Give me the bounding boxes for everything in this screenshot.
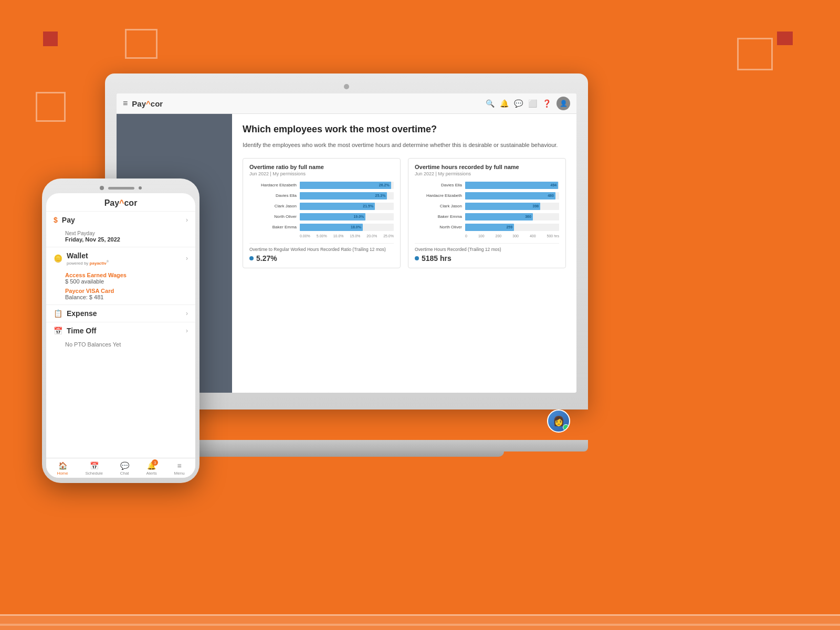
chart1-title: Overtime ratio by full name <box>249 164 394 170</box>
bar-row: North Oliver 19.0% <box>249 213 394 220</box>
timeoff-icon: 📅 <box>54 327 62 335</box>
phone-menu-timeoff[interactable]: 📅 Time Off › <box>46 322 195 339</box>
search-icon[interactable]: 🔍 <box>486 99 495 108</box>
pto-balance-label: No PTO Balances Yet <box>65 341 188 348</box>
chart1-subtitle: Jun 2022 | My permissions <box>249 171 394 176</box>
screen-icons: 🔍 🔔 💬 ⬜ ❓ 👤 <box>486 97 570 110</box>
screen-main: Which employees work the most overtime? … <box>232 114 576 393</box>
phone-menu-pay[interactable]: $ Pay › <box>46 211 195 228</box>
home-icon: 🏠 <box>58 461 67 470</box>
chart2-bars: Davies Ella 494 Hardacre Elizabeth 480 <box>415 182 559 238</box>
bar-row: North Oliver 259 <box>415 224 559 231</box>
page-title: Which employees work the most overtime? <box>243 123 566 135</box>
chart1-bars: Hardacre Elizabeth 26.2% Davies Ella 25.… <box>249 182 394 238</box>
bottom-stripe <box>0 614 840 630</box>
bottom-stripe2 <box>0 624 840 626</box>
phone-wallet-submenu: Access Earned Wages $ 500 available Payc… <box>46 270 195 304</box>
bar-row: Baker Emma 360 <box>415 213 559 220</box>
pay-chevron: › <box>186 216 188 224</box>
nav-schedule-label: Schedule <box>85 471 102 476</box>
phone-dot <box>139 186 142 190</box>
expense-chevron: › <box>186 310 188 317</box>
bar-row: Hardacre Elizabeth 26.2% <box>249 182 394 189</box>
timeoff-label: Time Off <box>67 327 97 335</box>
next-payday-value: Friday, Nov 25, 2022 <box>65 236 188 243</box>
screen-logo: ≡ Pay^cor <box>123 99 163 108</box>
chart1-x-axis: 0.00% 5.00% 10.0% 15.0% 20.0% 25.0% <box>249 234 394 238</box>
nav-chat-label: Chat <box>120 471 129 476</box>
phone-timeoff-submenu: No PTO Balances Yet <box>46 339 195 352</box>
laptop-camera <box>344 84 349 89</box>
phone-screen: Pay^cor $ Pay › Next Payday Friday, Nov … <box>46 193 195 478</box>
expense-icon: 📋 <box>54 309 62 318</box>
hamburger-icon[interactable]: ≡ <box>123 99 128 108</box>
timeoff-chevron: › <box>186 327 188 334</box>
phone-top-bar <box>46 186 195 190</box>
chart1-summary: Overtime to Regular Worked Hours Recorde… <box>249 243 394 262</box>
user-avatar[interactable]: 👤 <box>556 97 570 110</box>
wallet-label: Wallet <box>67 251 109 260</box>
bar-row: Clark Jason 21.5% <box>249 203 394 210</box>
nav-alerts[interactable]: 🔔 3 Alerts <box>146 461 156 476</box>
chart2-x-axis: 0 100 200 300 400 500 hrs <box>415 234 559 238</box>
phone-pay-submenu: Next Payday Friday, Nov 25, 2022 <box>46 228 195 247</box>
chart-overtime-ratio: Overtime ratio by full name Jun 2022 | M… <box>243 158 401 268</box>
next-payday-label: Next Payday <box>65 230 188 236</box>
pay-icon: $ <box>54 216 58 224</box>
deco-solid-2 <box>777 32 793 45</box>
nav-menu[interactable]: ≡ Menu <box>174 461 185 476</box>
phone-header: Pay^cor <box>46 193 195 211</box>
phone-speaker <box>108 187 134 190</box>
chart-overtime-hours: Overtime hours recorded by full name Jun… <box>408 158 566 268</box>
window-icon[interactable]: ⬜ <box>528 99 537 108</box>
nav-home-label: Home <box>57 471 68 476</box>
deco-rect-3 <box>737 38 773 70</box>
charts-row: Overtime ratio by full name Jun 2022 | M… <box>243 158 566 268</box>
phone-menu-expense[interactable]: 📋 Expense › <box>46 304 195 322</box>
deco-rect-2 <box>36 92 66 122</box>
chart2-metric: 5185 hrs <box>415 254 559 262</box>
phone-logo: Pay^cor <box>54 198 188 208</box>
nav-schedule[interactable]: 📅 Schedule <box>85 461 102 476</box>
phone-bottom-nav: 🏠 Home 📅 Schedule 💬 Chat 🔔 3 Alerts <box>46 458 195 478</box>
chat-nav-icon: 💬 <box>120 461 129 470</box>
deco-rect-1 <box>125 29 158 59</box>
chat-avatar[interactable]: 👩 <box>547 410 570 433</box>
earned-wages-value: $ 500 available <box>65 278 188 285</box>
wallet-chevron: › <box>186 255 188 262</box>
wallet-icon: 🪙 <box>54 254 62 262</box>
notification-icon[interactable]: 🔔 <box>500 99 509 108</box>
nav-menu-label: Menu <box>174 471 185 476</box>
help-icon[interactable]: ❓ <box>542 99 551 108</box>
nav-chat[interactable]: 💬 Chat <box>120 461 129 476</box>
chat-icon[interactable]: 💬 <box>514 99 523 108</box>
payactiv-label: powered by payactiv® <box>67 260 109 266</box>
access-earned-wages-link[interactable]: Access Earned Wages <box>65 272 188 278</box>
menu-icon: ≡ <box>177 461 182 470</box>
schedule-icon: 📅 <box>90 461 99 470</box>
laptop-logo: Pay^cor <box>132 99 163 108</box>
laptop-foot <box>189 450 504 457</box>
screen-header: ≡ Pay^cor 🔍 🔔 💬 ⬜ ❓ 👤 <box>117 93 576 114</box>
nav-home[interactable]: 🏠 Home <box>57 461 68 476</box>
phone: Pay^cor $ Pay › Next Payday Friday, Nov … <box>42 178 200 483</box>
page-description: Identify the employees who work the most… <box>243 141 566 150</box>
visa-card-link[interactable]: Paycor VISA Card <box>65 288 188 294</box>
chart2-subtitle: Jun 2022 | My permissions <box>415 171 559 176</box>
bar-row: Davies Ella 494 <box>415 182 559 189</box>
phone-camera <box>100 186 104 190</box>
phone-body: Pay^cor $ Pay › Next Payday Friday, Nov … <box>42 178 200 483</box>
bar-row: Davies Ella 25.3% <box>249 192 394 200</box>
visa-balance: Balance: $ 481 <box>65 294 188 300</box>
bar-row: Baker Emma 18.0% <box>249 224 394 231</box>
bar-row: Clark Jason 398 <box>415 203 559 210</box>
alerts-badge: 3 <box>152 459 158 466</box>
bar-row: Hardacre Elizabeth 480 <box>415 192 559 200</box>
pay-label: Pay <box>62 216 75 224</box>
nav-alerts-label: Alerts <box>146 471 156 476</box>
expense-label: Expense <box>67 309 97 318</box>
chart2-title: Overtime hours recorded by full name <box>415 164 559 170</box>
deco-solid-1 <box>43 32 58 46</box>
chart2-summary: Overtime Hours Recorded (Trailing 12 mos… <box>415 243 559 262</box>
phone-menu-wallet[interactable]: 🪙 Wallet powered by payactiv® › <box>46 247 195 270</box>
